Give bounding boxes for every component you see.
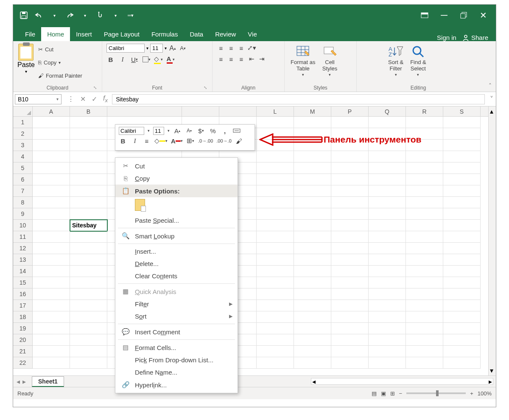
sheet-tab[interactable]: Sheet1: [32, 376, 64, 387]
cell[interactable]: [406, 231, 443, 243]
cell[interactable]: [369, 334, 406, 346]
cell[interactable]: [257, 185, 294, 197]
customize-qat-icon[interactable]: ═▾: [126, 11, 135, 20]
formula-input[interactable]: Sitesbay: [112, 94, 485, 104]
decrease-font-icon[interactable]: A▾: [185, 126, 193, 135]
cell[interactable]: [443, 220, 481, 231]
row-header[interactable]: 4: [13, 151, 33, 162]
undo-icon[interactable]: [34, 11, 44, 20]
vertical-scrollbar[interactable]: ▴ ▾: [488, 106, 496, 375]
cell[interactable]: [294, 208, 331, 220]
menu-copy[interactable]: ⎘Copy: [115, 172, 238, 185]
decrease-decimal-icon[interactable]: .00→.0: [216, 137, 231, 145]
cell[interactable]: [294, 334, 331, 346]
cell[interactable]: [331, 174, 369, 185]
restore-button[interactable]: [459, 10, 469, 20]
row-header[interactable]: 10: [13, 220, 33, 231]
increase-indent-icon[interactable]: ⇥: [257, 55, 266, 63]
accounting-format-icon[interactable]: $▾: [197, 126, 205, 135]
touch-mouse-icon[interactable]: [95, 11, 105, 20]
cell[interactable]: [33, 346, 70, 357]
cell[interactable]: [294, 162, 331, 174]
cell[interactable]: [33, 231, 70, 243]
row-header[interactable]: 11: [13, 231, 33, 243]
tab-insert[interactable]: Insert: [70, 27, 98, 41]
dropdown-icon[interactable]: ▾: [165, 46, 167, 50]
cell[interactable]: [33, 266, 70, 277]
dropdown-icon[interactable]: ▾: [146, 46, 148, 50]
cell[interactable]: [443, 346, 481, 357]
cell[interactable]: [406, 288, 443, 300]
menu-clear-contents[interactable]: Clear Contents: [115, 270, 238, 282]
cell[interactable]: [33, 277, 70, 288]
cell[interactable]: [257, 220, 294, 231]
cell[interactable]: [257, 300, 294, 311]
cell[interactable]: [406, 334, 443, 346]
scroll-up-icon[interactable]: ▴: [490, 107, 493, 115]
cell[interactable]: [70, 323, 107, 334]
cell[interactable]: [331, 208, 369, 220]
cell[interactable]: [70, 174, 107, 185]
save-icon[interactable]: [19, 11, 28, 20]
cell[interactable]: [369, 174, 406, 185]
tab-formulas[interactable]: Formulas: [145, 27, 184, 41]
col-header[interactable]: Q: [369, 106, 406, 116]
cell[interactable]: [257, 117, 294, 128]
align-bottom-icon[interactable]: ≡: [237, 44, 246, 52]
tab-page-layout[interactable]: Page Layout: [98, 27, 145, 41]
row-header[interactable]: 16: [13, 288, 33, 300]
align-left-icon[interactable]: ≡: [217, 55, 225, 63]
col-header[interactable]: [219, 106, 257, 116]
cell[interactable]: [33, 243, 70, 254]
share-button[interactable]: Share: [462, 34, 488, 41]
cell[interactable]: [33, 117, 70, 128]
cell[interactable]: [33, 208, 70, 220]
border-button[interactable]: ▾: [142, 55, 151, 64]
cell[interactable]: [331, 311, 369, 323]
cell[interactable]: [294, 174, 331, 185]
cell[interactable]: [257, 277, 294, 288]
cell[interactable]: [257, 311, 294, 323]
sheet-nav-next-icon[interactable]: ▸: [22, 378, 26, 386]
cell[interactable]: Sitesbay: [70, 220, 107, 231]
menu-hyperlink[interactable]: 🔗Hyperlink...: [115, 378, 238, 391]
menu-insert-comment[interactable]: 💬Insert Comment: [115, 325, 238, 338]
cell[interactable]: [443, 151, 481, 162]
cell[interactable]: [406, 151, 443, 162]
col-header[interactable]: S: [443, 106, 481, 116]
cell[interactable]: [406, 346, 443, 357]
cell[interactable]: [369, 346, 406, 357]
menu-smart-lookup[interactable]: 🔍Smart Lookup: [115, 230, 238, 242]
cell[interactable]: [257, 254, 294, 266]
dropdown-icon[interactable]: ▾: [80, 11, 89, 20]
cell[interactable]: [406, 243, 443, 254]
cell[interactable]: [70, 266, 107, 277]
mini-font-name-input[interactable]: [119, 127, 144, 135]
bold-button[interactable]: B: [119, 137, 127, 145]
cell[interactable]: [443, 300, 481, 311]
cell[interactable]: [369, 117, 406, 128]
cell[interactable]: [406, 208, 443, 220]
cell[interactable]: [257, 208, 294, 220]
cell[interactable]: [369, 243, 406, 254]
cell[interactable]: [369, 231, 406, 243]
cell[interactable]: [257, 266, 294, 277]
format-painter-icon[interactable]: 🖌: [235, 137, 243, 145]
row-header[interactable]: 19: [13, 323, 33, 334]
cell[interactable]: [331, 357, 369, 369]
menu-sort[interactable]: Sort▶: [115, 310, 238, 322]
dialog-launcher-icon[interactable]: ⤡: [204, 85, 207, 90]
row-header[interactable]: 15: [13, 277, 33, 288]
cell[interactable]: [443, 334, 481, 346]
orientation-icon[interactable]: ⤢▾: [247, 44, 256, 52]
cell[interactable]: [369, 151, 406, 162]
cell[interactable]: [33, 254, 70, 266]
cell[interactable]: [369, 311, 406, 323]
dropdown-icon[interactable]: ▾: [50, 11, 59, 20]
cell[interactable]: [294, 288, 331, 300]
cell[interactable]: [443, 243, 481, 254]
align-middle-icon[interactable]: ≡: [227, 44, 235, 52]
zoom-slider[interactable]: [406, 392, 466, 394]
increase-decimal-icon[interactable]: .0→.00: [198, 137, 213, 145]
scroll-right-icon[interactable]: ▸: [489, 378, 492, 386]
